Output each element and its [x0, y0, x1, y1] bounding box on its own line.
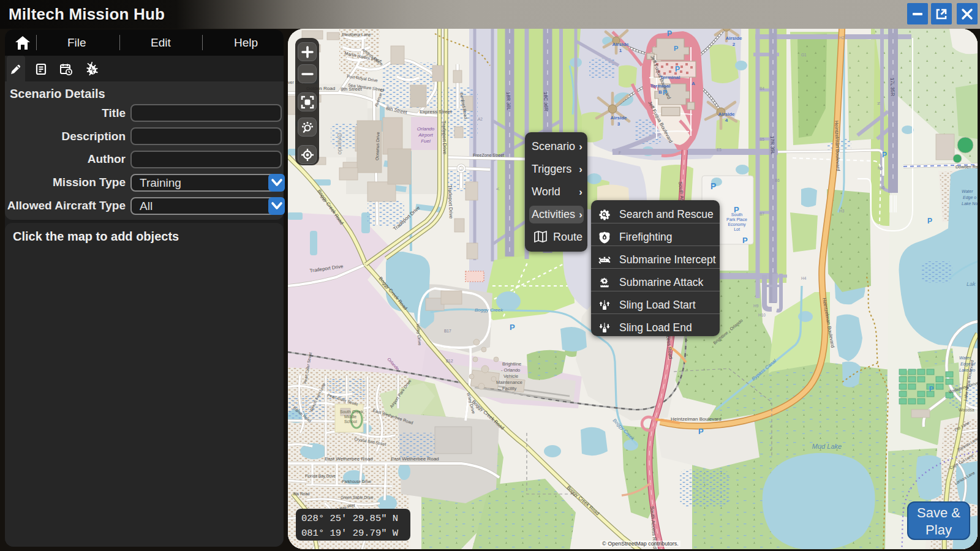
svg-text:A: A [692, 81, 695, 86]
svg-text:Airside: Airside [610, 115, 627, 121]
svg-text:17R 35L: 17R 35L [769, 136, 775, 155]
svg-text:South: South [731, 212, 742, 217]
svg-text:Eleuthera Lane: Eleuthera Lane [342, 32, 371, 37]
svg-text:Lake No: Lake No [959, 368, 975, 372]
svg-text:Airside: Airside [612, 42, 629, 47]
svg-text:Terminal: Terminal [660, 75, 680, 80]
svg-text:East Wetherbee Road: East Wetherbee Road [325, 456, 373, 462]
svg-text:P: P [510, 323, 515, 332]
svg-text:P: P [675, 65, 680, 73]
svg-text:H3: H3 [839, 209, 845, 213]
svg-text:E5: E5 [717, 148, 722, 152]
svg-text:Lot: Lot [734, 227, 740, 231]
svg-text:Edge of: Edge of [960, 362, 976, 367]
svg-text:Boggy Creek: Boggy Creek [475, 307, 503, 313]
svg-text:Park Place: Park Place [726, 217, 747, 222]
svg-text:3: 3 [617, 121, 620, 127]
svg-text:Terminal: Terminal [650, 83, 671, 89]
svg-text:Express Street: Express Street [420, 109, 452, 114]
svg-text:Orlando: Orlando [417, 126, 435, 132]
svg-text:B: B [658, 89, 662, 95]
svg-text:Middle: Middle [344, 414, 356, 419]
svg-text:Lak: Lak [967, 281, 976, 287]
svg-text:Maintenance: Maintenance [496, 380, 522, 385]
svg-text:G1: G1 [801, 53, 807, 57]
svg-text:H4: H4 [801, 276, 807, 280]
svg-text:Vehicle: Vehicle [503, 373, 518, 379]
svg-text:Water: Water [959, 356, 971, 360]
svg-text:18C 36R: 18C 36R [543, 92, 549, 111]
svg-text:Edge o: Edge o [963, 195, 976, 200]
svg-text:2: 2 [733, 42, 736, 47]
svg-text:H2: H2 [839, 36, 845, 40]
svg-text:Facility: Facility [502, 386, 517, 391]
svg-text:P: P [698, 427, 704, 436]
svg-text:Ibis Road: Ibis Road [293, 492, 310, 496]
svg-text:H9: H9 [753, 304, 759, 308]
svg-text:Mud Lake: Mud Lake [812, 443, 842, 450]
svg-text:F: F [619, 151, 621, 155]
svg-text:Fuel: Fuel [421, 138, 431, 144]
svg-text:School: School [344, 419, 357, 424]
svg-text:FreeZone Street: FreeZone Street [473, 153, 504, 157]
svg-text:P: P [882, 151, 887, 159]
svg-text:Brightline: Brightline [502, 361, 521, 367]
svg-text:P: P [742, 236, 748, 245]
svg-text:Economy: Economy [728, 222, 746, 227]
svg-text:B4: B4 [760, 86, 764, 91]
svg-text:Florida Bay Drive: Florida Bay Drive [305, 474, 336, 479]
svg-text:P: P [710, 181, 716, 191]
svg-text:A2: A2 [478, 117, 483, 121]
svg-text:B7: B7 [760, 212, 764, 216]
svg-text:N5: N5 [878, 166, 883, 170]
svg-text:B5: B5 [760, 137, 764, 141]
svg-text:Orlando: Orlando [336, 133, 344, 155]
svg-text:Dowden Road: Dowden Road [956, 165, 978, 169]
svg-text:P: P [929, 385, 933, 392]
svg-text:P: P [663, 89, 667, 96]
svg-text:18R 36L: 18R 36L [505, 92, 511, 111]
svg-text:Green Sable Drive: Green Sable Drive [341, 495, 374, 500]
svg-text:Parkhouse Drive: Parkhouse Drive [342, 479, 371, 484]
svg-text:B17: B17 [444, 329, 451, 333]
svg-text:Airport: Airport [418, 132, 433, 138]
svg-text:17L 35R: 17L 35R [889, 78, 895, 96]
svg-text:N6: N6 [880, 186, 885, 190]
svg-text:Heintzelman Boulevard: Heintzelman Boulevard [671, 416, 722, 422]
svg-text:Lake No: Lake No [962, 201, 978, 206]
svg-text:South Creek: South Creek [340, 410, 363, 414]
svg-text:Water: Water [962, 189, 973, 193]
svg-text:P: P [674, 45, 678, 52]
svg-text:- Orlando: - Orlando [501, 367, 520, 373]
svg-text:B6: B6 [775, 178, 780, 182]
svg-text:B12: B12 [446, 359, 453, 363]
svg-text:Airside: Airside [725, 36, 742, 41]
svg-text:Woodsa: Woodsa [959, 408, 974, 412]
svg-text:1: 1 [619, 48, 622, 53]
svg-text:P: P [667, 29, 672, 38]
svg-text:East Wetherbee Road: East Wetherbee Road [391, 456, 439, 462]
svg-text:H10: H10 [758, 313, 766, 317]
svg-text:4: 4 [725, 118, 728, 123]
svg-text:Airside: Airside [718, 111, 735, 117]
svg-text:P: P [927, 217, 932, 225]
